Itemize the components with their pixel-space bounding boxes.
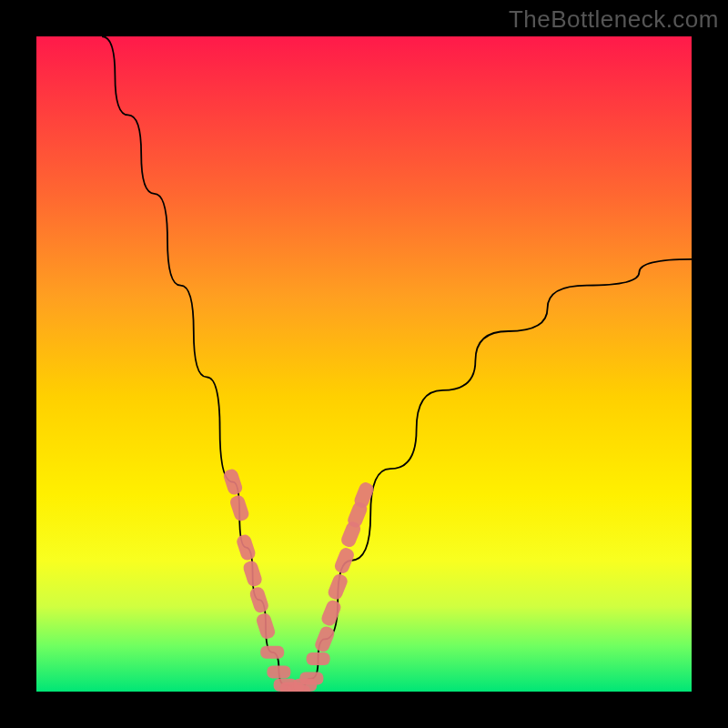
bead-marker: [242, 560, 264, 589]
chart-frame: TheBottleneck.com: [0, 0, 728, 728]
bead-marker: [222, 468, 244, 497]
highlight-markers: [222, 468, 376, 692]
bead-marker: [327, 572, 349, 602]
bottleneck-curve: [102, 36, 692, 692]
bead-marker: [248, 585, 270, 614]
curve-layer: [36, 36, 692, 692]
bead-marker: [307, 652, 330, 665]
bead-marker: [235, 533, 257, 562]
bead-marker: [319, 599, 342, 628]
bead-marker: [260, 646, 284, 659]
bead-marker: [267, 665, 290, 678]
bead-marker: [299, 672, 323, 685]
watermark-text: TheBottleneck.com: [509, 5, 719, 34]
bead-marker: [313, 624, 336, 653]
bead-marker: [255, 612, 277, 641]
bead-marker: [228, 494, 250, 523]
